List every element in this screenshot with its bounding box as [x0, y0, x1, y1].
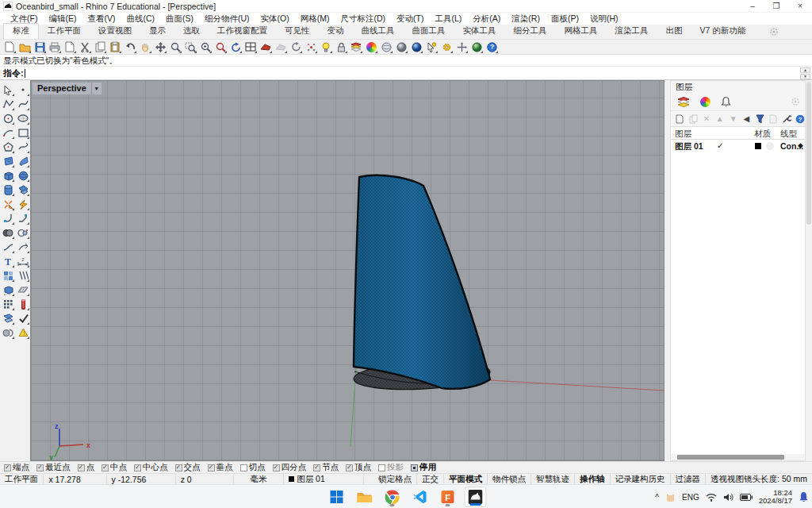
control-points-icon[interactable] — [304, 40, 318, 54]
osnap-vertex-checkbox[interactable] — [346, 464, 353, 471]
column-linetype[interactable]: 线型 — [780, 129, 797, 140]
array-icon[interactable] — [2, 298, 14, 310]
adjust-curve-icon[interactable] — [17, 241, 29, 253]
file-explorer-button[interactable] — [354, 487, 376, 507]
battery-icon[interactable] — [740, 494, 753, 501]
lock-icon[interactable] — [334, 40, 348, 54]
rotate-cube-icon[interactable] — [2, 283, 14, 296]
perspective-viewport[interactable]: Perspective ▼ — [30, 80, 665, 461]
copy-icon[interactable] — [93, 40, 107, 54]
check-geometry-icon[interactable] — [17, 312, 29, 325]
pipe-icon[interactable] — [17, 298, 29, 310]
osnap-knot[interactable]: 节点 — [313, 462, 339, 473]
gumball-icon[interactable] — [454, 40, 469, 54]
help-icon[interactable]: ? — [485, 40, 499, 54]
tab-select[interactable]: 选取 — [174, 24, 209, 39]
menu-surface[interactable]: 曲面(S) — [160, 13, 199, 25]
toggle-record-history[interactable]: 记录建构历史 — [611, 474, 671, 484]
pyramid-icon[interactable] — [17, 326, 29, 339]
menu-dimension[interactable]: 尺寸标注(D) — [335, 13, 392, 25]
move-layer-down-icon[interactable]: ▼ — [728, 114, 738, 125]
osnap-mid-checkbox[interactable] — [102, 464, 109, 471]
layer-tools-wrench-icon[interactable] — [781, 114, 791, 125]
osnap-tangent[interactable]: 切点 — [240, 462, 266, 473]
arc-icon[interactable] — [2, 126, 14, 139]
box-icon[interactable] — [2, 169, 14, 182]
rhino-app-button[interactable] — [465, 487, 487, 507]
viewport-menu-caret-icon[interactable]: ▼ — [91, 83, 102, 94]
layers-horizontal-scrollbar[interactable] — [671, 454, 805, 460]
viewport-layout-icon[interactable] — [243, 40, 258, 54]
menu-edit[interactable]: 编辑(E) — [43, 13, 82, 25]
tab-subd-tools[interactable]: 细分工具 — [505, 24, 556, 39]
minimize-button[interactable]: – — [741, 0, 764, 13]
ellipse-icon[interactable] — [17, 112, 29, 125]
tray-chevron-icon[interactable]: ^ — [655, 493, 659, 502]
text-icon[interactable]: T — [2, 255, 14, 267]
menu-curve[interactable]: 曲线(C) — [121, 13, 160, 25]
layer-row[interactable]: 图层 01 ✓ Con... ◆ — [671, 140, 805, 152]
lamp-icon[interactable] — [319, 40, 333, 54]
tab-options-gear-icon[interactable] — [769, 27, 779, 37]
osnap-knot-checkbox[interactable] — [313, 464, 320, 471]
chamfer-icon[interactable] — [17, 212, 29, 225]
osnap-quadrant[interactable]: 四分点 — [273, 462, 307, 473]
tab-render-tools[interactable]: 渲染工具 — [607, 24, 657, 39]
osnap-project-checkbox[interactable] — [378, 464, 385, 471]
notification-bell-icon[interactable] — [799, 491, 809, 502]
viewport-canvas[interactable]: z x y — [31, 81, 664, 460]
osnap-disable[interactable]: 停用 — [411, 462, 436, 473]
copy-layer-icon[interactable] — [688, 114, 699, 125]
print-icon[interactable] — [48, 40, 62, 54]
move-icon[interactable] — [153, 40, 167, 54]
menu-subd[interactable]: 细分物件(U) — [199, 13, 255, 25]
toggle-ortho[interactable]: 正交 — [417, 474, 444, 484]
start-button[interactable] — [326, 487, 348, 507]
osnap-project[interactable]: 投影 — [378, 462, 404, 473]
boolean-difference-icon[interactable] — [17, 226, 29, 239]
blend-curve-icon[interactable] — [2, 241, 14, 253]
menu-analyze[interactable]: 分析(A) — [467, 13, 506, 25]
spin-up-icon[interactable]: ▲ — [800, 67, 810, 73]
menu-help[interactable]: 说明(H) — [584, 13, 624, 25]
zoom-icon[interactable] — [168, 40, 182, 54]
tab-standard[interactable]: 标准 — [3, 23, 39, 39]
viewport-title-label[interactable]: Perspective — [33, 83, 91, 94]
tab-set-view[interactable]: 设置视图 — [90, 24, 140, 39]
notifications-tab-icon[interactable] — [721, 96, 731, 107]
spin-down-icon[interactable]: ▼ — [800, 74, 810, 79]
volume-icon[interactable] — [723, 493, 733, 502]
move-layer-up-icon[interactable]: ▲ — [714, 114, 725, 125]
osnap-intersection-checkbox[interactable] — [175, 464, 182, 471]
osnap-point[interactable]: 点 — [78, 462, 95, 473]
tab-display[interactable]: 显示 — [140, 24, 174, 39]
osnap-end[interactable]: 端点 — [4, 462, 29, 473]
tab-drafting[interactable]: 出图 — [657, 24, 691, 39]
settings-gear-icon[interactable] — [439, 40, 454, 54]
dimension-icon[interactable]: 2 — [17, 255, 29, 267]
patch-surface-icon[interactable] — [17, 183, 29, 196]
fillet-icon[interactable] — [2, 212, 14, 225]
select-arrow-icon[interactable] — [2, 83, 14, 96]
pan-icon[interactable] — [138, 40, 152, 54]
units-button[interactable]: 毫米 — [234, 474, 284, 484]
viewport-title[interactable]: Perspective ▼ — [33, 83, 102, 94]
selection-filter-icon[interactable] — [289, 40, 303, 54]
command-input[interactable] — [25, 67, 812, 79]
tab-v7-new[interactable]: V7 的新功能 — [691, 24, 755, 39]
close-button[interactable]: × — [788, 0, 812, 13]
menu-transform[interactable]: 变动(T) — [391, 13, 429, 25]
tab-viewport-layout[interactable]: 工作视窗配置 — [209, 24, 276, 39]
display-tab-icon[interactable] — [700, 97, 710, 107]
cut-icon[interactable] — [78, 40, 92, 54]
osnap-near[interactable]: 最近点 — [36, 462, 71, 473]
toggle-grid-snap[interactable]: 锁定格点 — [373, 474, 417, 484]
toggle-filter[interactable]: 过滤器 — [671, 474, 707, 484]
osnap-quadrant-checkbox[interactable] — [273, 464, 280, 471]
shaded-sphere-icon[interactable] — [394, 40, 408, 54]
lightning-extrude-icon[interactable] — [17, 198, 29, 210]
cap-holes-icon[interactable] — [2, 326, 14, 339]
toggle-osnap[interactable]: 物件锁点 — [488, 474, 531, 484]
ime-indicator[interactable]: ENG — [682, 493, 699, 502]
column-layer[interactable]: 图层 — [675, 129, 691, 140]
